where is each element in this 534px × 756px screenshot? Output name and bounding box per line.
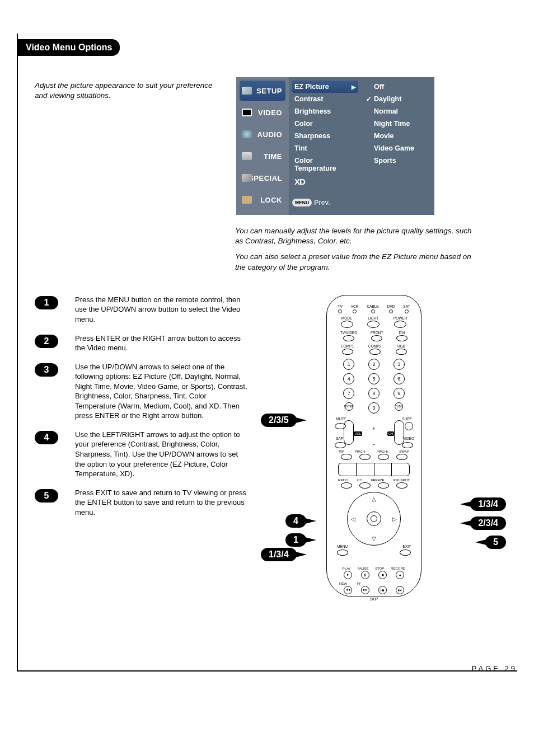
dpad[interactable]: △ ▽ ◁ ▷ — [347, 492, 401, 546]
tab-setup[interactable]: SETUP — [240, 81, 285, 101]
ff-button[interactable]: ▸▸ — [361, 586, 369, 594]
remote-lbl-dvd: DVD — [387, 304, 395, 313]
dpad-center-button[interactable] — [367, 511, 381, 526]
pip-button[interactable] — [341, 454, 352, 460]
mode-button[interactable] — [341, 321, 353, 328]
step-badge-1: 1 — [35, 296, 58, 309]
callout-5: 5 — [485, 536, 506, 549]
tab-audio[interactable]: AUDIO — [240, 124, 285, 144]
step-text-3: Use the UP/DOWN arrows to select one of … — [75, 362, 247, 421]
rgb-button[interactable] — [396, 349, 407, 355]
right-arrow-icon[interactable]: ▷ — [392, 515, 397, 522]
pipchm-button[interactable] — [359, 454, 371, 460]
ratio-label: RATIO — [338, 478, 348, 482]
menu-item-tint[interactable]: Tint — [292, 142, 358, 154]
comp1-button[interactable] — [342, 349, 353, 355]
cc-button[interactable] — [359, 482, 371, 489]
ch-button[interactable] — [394, 420, 404, 445]
skipfwd-button[interactable]: ⏭ — [396, 586, 404, 594]
led-icon — [338, 309, 342, 313]
page-number: PAGE 29 — [472, 664, 517, 673]
pause-button[interactable]: ⏸ — [361, 571, 369, 579]
opt-off[interactable]: Off — [366, 81, 430, 93]
remote-lbl-comp1: COMP1 — [341, 344, 354, 355]
swap-label: SWAP — [399, 450, 409, 453]
menu-item-brightness[interactable]: Brightness — [292, 105, 358, 118]
num-6-button[interactable]: 6 — [394, 373, 405, 384]
intro-text: Adjust the picture appearance to suit yo… — [35, 81, 219, 100]
prev-pill[interactable]: MENU Prev. — [292, 199, 330, 206]
num-3-button[interactable]: 3 — [394, 359, 405, 370]
callout-4: 4 — [285, 514, 306, 528]
step-text-2: Press ENTER or the RIGHT arrow button to… — [75, 334, 247, 353]
ch-label: CH — [387, 431, 394, 436]
num-9-button[interactable]: 9 — [394, 388, 405, 399]
record-button[interactable]: ● — [396, 571, 404, 579]
menu-item-xd[interactable]: XD — [292, 175, 358, 189]
skipback-button[interactable]: ⏮ — [378, 586, 387, 594]
menu-item-colortemp[interactable]: Color Temperature — [292, 154, 358, 175]
callout-234: 2/3/4 — [470, 516, 506, 530]
tab-special[interactable]: SPECIAL — [240, 168, 285, 188]
audio-icon — [242, 130, 252, 138]
ff-label: FF — [357, 582, 361, 585]
menu-item-sharpness[interactable]: Sharpness — [292, 130, 358, 142]
menu-item-contrast[interactable]: Contrast — [292, 93, 358, 105]
menu-item-ezpicture[interactable]: EZ Picture▶ — [292, 81, 358, 93]
led-icon — [405, 309, 409, 313]
surf-button[interactable] — [405, 422, 413, 430]
light-button[interactable] — [367, 321, 380, 328]
skip-label: SKIP — [334, 597, 414, 601]
front-button[interactable] — [371, 335, 382, 341]
enter-button[interactable]: ENTER — [345, 402, 353, 411]
caption-1: You can manually adjust the levels for t… — [235, 226, 481, 246]
up-arrow-icon[interactable]: △ — [372, 496, 376, 502]
opt-videogame[interactable]: Video Game — [366, 142, 430, 154]
opt-normal[interactable]: Normal — [366, 105, 430, 118]
tab-video[interactable]: VIDEO — [240, 102, 285, 123]
swap-button[interactable] — [396, 454, 407, 460]
section-header: Video Menu Options — [18, 39, 120, 56]
opt-movie[interactable]: Movie — [366, 130, 430, 142]
exit-button[interactable] — [400, 550, 411, 556]
down-arrow-icon[interactable]: ▽ — [372, 536, 376, 542]
surf-label: SURF — [402, 417, 412, 421]
pipchp-button[interactable] — [378, 454, 389, 460]
num-7-button[interactable]: 7 — [343, 388, 354, 399]
step-text-1: Press the MENU button on the remote cont… — [75, 295, 247, 325]
num-5-button[interactable]: 5 — [368, 373, 380, 384]
opt-sports[interactable]: Sports — [366, 154, 430, 167]
plus-icon: + — [372, 426, 375, 431]
callout-134-left: 1/3/4 — [261, 548, 297, 561]
remote-lbl-tv: TV — [338, 304, 342, 313]
power-button[interactable] — [394, 321, 406, 328]
left-arrow-icon[interactable]: ◁ — [351, 515, 355, 522]
prev-text: Prev. — [314, 199, 330, 206]
pipinput-button[interactable] — [396, 482, 407, 489]
tab-lock[interactable]: LOCK — [240, 190, 285, 210]
comp2-button[interactable] — [369, 349, 381, 355]
rew-button[interactable]: ◂◂ — [344, 586, 352, 594]
stop-button[interactable]: ■ — [378, 571, 387, 579]
pipchm-label: PIPCH- — [355, 450, 366, 453]
video-button[interactable] — [402, 442, 413, 448]
freeze-button[interactable] — [378, 482, 389, 489]
vol-button[interactable] — [344, 420, 354, 445]
num-4-button[interactable]: 4 — [343, 373, 354, 384]
num-8-button[interactable]: 8 — [368, 388, 380, 399]
num-0-button[interactable]: 0 — [368, 402, 380, 414]
remote-lbl-cable: CABLE — [367, 304, 378, 313]
step-text-4: Use the LEFT/RIGHT arrows to adjust the … — [75, 430, 247, 479]
opt-daylight[interactable]: Daylight — [366, 93, 430, 105]
tubo-button[interactable]: TUBO — [395, 402, 403, 411]
ratio-button[interactable] — [341, 482, 352, 489]
num-1-button[interactable]: 1 — [343, 359, 354, 370]
play-button[interactable]: ▸ — [344, 571, 352, 579]
tvvideo-button[interactable] — [343, 335, 354, 341]
tab-time[interactable]: TIME — [240, 146, 285, 166]
menu-button[interactable] — [337, 550, 348, 556]
opt-nighttime[interactable]: Night Time — [366, 118, 430, 130]
menu-item-color[interactable]: Color — [292, 118, 358, 130]
num-2-button[interactable]: 2 — [368, 359, 380, 370]
dvi-button[interactable] — [396, 335, 407, 341]
